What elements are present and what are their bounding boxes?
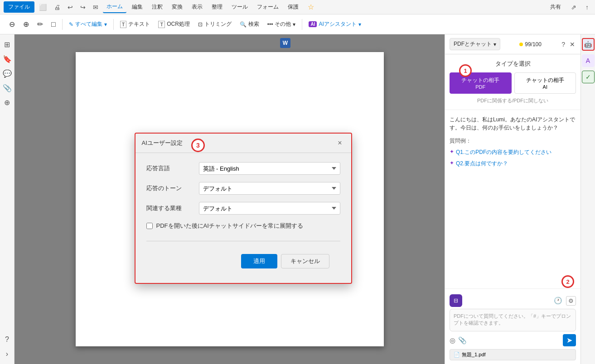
dialog-checkbox[interactable] xyxy=(146,223,153,229)
chat-history-icon[interactable]: 🕐 xyxy=(554,297,562,305)
sidebar-layers-icon[interactable]: ⊕ xyxy=(1,96,14,109)
menu-form[interactable]: フォーム xyxy=(253,1,282,13)
ai-settings-dialog: AIユーザー設定 × 応答言語 英語 - English 応答のトーン デフォル… xyxy=(135,133,352,284)
ai-help-icon[interactable]: ? xyxy=(561,40,566,49)
badge-3-container: 3 xyxy=(191,139,205,152)
sidebar-arrow-icon[interactable]: › xyxy=(1,348,14,360)
type-btn-pdf[interactable]: チャットの相手 PDF xyxy=(450,72,512,94)
ai-icon: AI xyxy=(309,21,317,27)
menu-home[interactable]: ホーム xyxy=(103,1,126,13)
menu-protect[interactable]: 保護 xyxy=(284,1,302,13)
right-sidebar-icon1[interactable]: 🤖 xyxy=(582,38,595,51)
shape-btn[interactable]: □ xyxy=(48,19,59,30)
ai-panel-title-btn[interactable]: PDFとチャット ▾ xyxy=(450,38,500,50)
menu-tools[interactable]: ツール xyxy=(228,1,252,13)
menu-organize[interactable]: 整理 xyxy=(208,1,226,13)
search-btn[interactable]: 🔍 検索 xyxy=(236,19,263,30)
badge-1-container: 1 xyxy=(459,64,472,77)
type-btn-ai-line2: AI xyxy=(518,84,572,90)
zoom-in-btn[interactable]: ⊕ xyxy=(19,18,33,30)
draw-btn[interactable]: ✏ xyxy=(34,18,47,30)
menu-redo-icon[interactable]: ↪ xyxy=(77,2,88,12)
dialog-apply-btn[interactable]: 適用 xyxy=(241,254,277,268)
dialog-checkbox-label: PDFを開いた後にAIチャットサイドバーを常に展開する xyxy=(156,222,303,230)
sample-q1-text: Q1.このPDFの内容を要約してください xyxy=(456,148,551,156)
zoom-out-btn[interactable]: ⊖ xyxy=(5,18,19,30)
sample-q2[interactable]: ✦ Q2.要点は何ですか？ xyxy=(450,160,576,168)
trim-btn[interactable]: ⊡ トリミング xyxy=(194,19,235,30)
more-btn[interactable]: ••• その他 ▾ xyxy=(264,19,300,30)
right-sidebar-icon3[interactable]: ✓ xyxy=(582,71,595,83)
more-chevron: ▾ xyxy=(293,21,295,28)
sidebar-attachment-icon[interactable]: 📎 xyxy=(1,81,14,94)
chat-avatar-icon: ⊟ xyxy=(454,297,458,304)
left-sidebar: ⊞ 🔖 💬 📎 ⊕ ? › xyxy=(0,34,15,364)
menu-undo-icon[interactable]: ↩ xyxy=(65,2,76,12)
trim-icon: ⊡ xyxy=(198,21,203,28)
dialog-tone-row: 応答のトーン デフォルト xyxy=(146,182,340,195)
ai-score-dot xyxy=(519,43,523,46)
chat-send-btn[interactable]: ➤ xyxy=(563,334,576,346)
ocr-icon: T xyxy=(158,21,165,28)
chat-action-icons: ◎ 📎 xyxy=(450,336,467,345)
chat-input-actions: ◎ 📎 ➤ xyxy=(450,334,576,346)
zoom-out-icon: ⊖ xyxy=(9,20,15,29)
menu-print-icon[interactable]: 🖨 xyxy=(51,2,63,12)
chat-file-tag: 📄 無題_1.pdf xyxy=(450,349,576,360)
sample-q1[interactable]: ✦ Q1.このPDFの内容を要約してください xyxy=(450,148,576,156)
type-btn-pdf-line2: PDF xyxy=(454,84,508,90)
chat-attach-icon[interactable]: 📎 xyxy=(458,336,467,345)
sample-q2-text: Q2.要点は何ですか？ xyxy=(456,160,508,168)
text-btn[interactable]: T テキスト xyxy=(116,19,154,30)
dialog-lang-select[interactable]: 英語 - English xyxy=(199,162,340,175)
dialog-body: 応答言語 英語 - English 応答のトーン デフォルト 関連する業種 xyxy=(135,153,351,283)
toolbar-sep1 xyxy=(62,19,63,30)
dialog-lang-row: 応答言語 英語 - English xyxy=(146,162,340,175)
chat-location-icon[interactable]: ◎ xyxy=(450,336,455,345)
sidebar-comment-icon[interactable]: 💬 xyxy=(1,67,14,80)
ai-panel-title: PDFとチャット xyxy=(454,40,492,48)
menu-edit[interactable]: 編集 xyxy=(128,1,146,13)
dialog-close-btn[interactable]: × xyxy=(335,138,344,148)
menu-email-icon[interactable]: ✉ xyxy=(90,2,101,12)
dialog-industry-select[interactable]: デフォルト xyxy=(199,202,340,215)
menu-bar: ファイル ⬜ 🖨 ↩ ↪ ✉ ホーム 編集 注釈 変換 表示 整理 ツール フォ… xyxy=(0,0,595,14)
right-sidebar-icon2[interactable]: A xyxy=(582,54,595,67)
dialog-industry-label: 関連する業種 xyxy=(146,204,192,212)
menu-share-icon2[interactable]: ↑ xyxy=(583,2,591,12)
chat-input-box[interactable]: PDFについて質問してください。「#」キーでプロンプトを確認できます。 xyxy=(450,309,576,331)
dialog-tone-select[interactable]: デフォルト xyxy=(199,182,340,195)
type-btn-ai[interactable]: チャットの相手 AI xyxy=(514,72,576,94)
dialog-cancel-btn[interactable]: キャンセル xyxy=(281,254,329,268)
sidebar-pages-icon[interactable]: ⊞ xyxy=(1,38,14,51)
main-layout: ⊞ 🔖 💬 📎 ⊕ ? › W 3 AIユーザー設定 × xyxy=(0,34,595,364)
menu-share-icon1[interactable]: ⇗ xyxy=(568,2,579,12)
toolbar-sep2 xyxy=(113,19,114,30)
menu-annotation[interactable]: 注釈 xyxy=(148,1,166,13)
chat-settings-icon[interactable]: ⚙ xyxy=(566,296,576,306)
pdf-area: W 3 AIユーザー設定 × 応答言語 英語 - English xyxy=(15,34,445,364)
edit-all-btn[interactable]: ✎ すべて編集 ▾ xyxy=(65,19,111,30)
toolbar: ⊖ ⊕ ✏ □ ✎ すべて編集 ▾ T テキスト T OCR処理 ⊡ トリミング… xyxy=(0,14,595,34)
sample-q-title: 質問例： xyxy=(450,137,576,145)
menu-convert[interactable]: 変換 xyxy=(168,1,186,13)
ai-panel: PDFとチャット ▾ 99/100 ? ✕ タイプを選択 チャットの相手 PDF xyxy=(445,34,580,364)
sidebar-help-icon[interactable]: ? xyxy=(1,333,14,346)
menu-share[interactable]: 共有 xyxy=(547,1,565,13)
ai-panel-header: PDFとチャット ▾ 99/100 ? ✕ xyxy=(445,34,580,54)
ai-close-icon[interactable]: ✕ xyxy=(569,40,576,49)
star-icon: ☆ xyxy=(308,3,314,11)
chat-history-area: ⊟ 🕐 ⚙ xyxy=(450,292,576,309)
menu-file[interactable]: ファイル xyxy=(4,1,34,13)
chat-file-name: 無題_1.pdf xyxy=(462,351,486,358)
ocr-btn[interactable]: T OCR処理 xyxy=(155,19,193,30)
toolbar-sep3 xyxy=(302,19,302,30)
sidebar-bookmark-icon[interactable]: 🔖 xyxy=(1,53,14,65)
chat-input-hint: PDFについて質問してください。「#」キーでプロンプトを確認できます。 xyxy=(454,313,572,327)
ai-assistant-btn[interactable]: AI AIアシスタント ▾ xyxy=(305,19,364,30)
menu-save-icon[interactable]: ⬜ xyxy=(36,2,49,12)
chat-area: こんにちは、私はLumi。あなたのAIアシスタントです。今日は、何のお手伝いをし… xyxy=(445,110,580,288)
menu-view[interactable]: 表示 xyxy=(188,1,206,13)
search-icon: 🔍 xyxy=(240,21,247,28)
dialog-title: AIユーザー設定 xyxy=(142,139,183,147)
